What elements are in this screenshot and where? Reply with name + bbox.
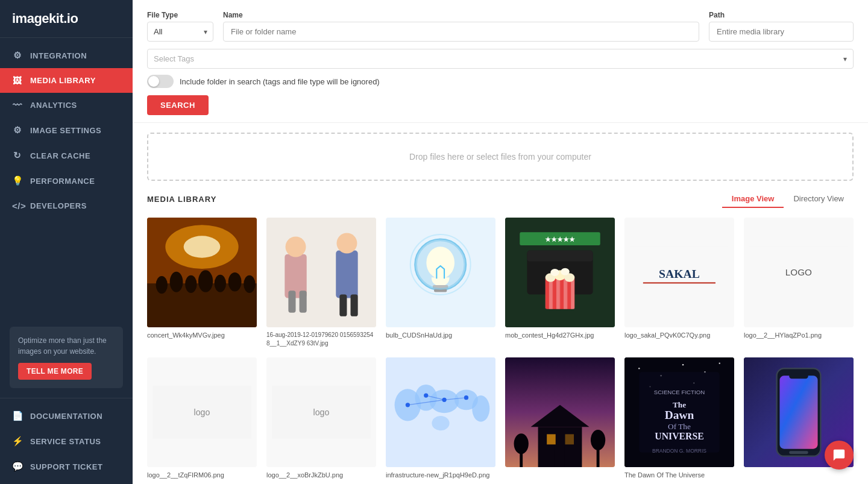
sidebar-promo: Optimize more than just the images on yo… <box>10 327 123 388</box>
svg-rect-91 <box>789 451 808 454</box>
name-input[interactable] <box>223 22 699 42</box>
svg-rect-90 <box>789 374 808 379</box>
list-item[interactable]: bulb_CUDSnHaUd.jpg <box>386 218 495 348</box>
svg-rect-66 <box>565 434 574 444</box>
svg-rect-14 <box>288 291 295 312</box>
list-item[interactable]: concert_Wk4kyMVGv.jpeg <box>147 218 257 348</box>
sidebar-label-performance: PERFORMANCE <box>30 177 95 186</box>
integration-icon: ⚙ <box>12 50 23 61</box>
svg-point-7 <box>198 270 213 292</box>
name-group: Name <box>223 11 699 42</box>
svg-point-2 <box>184 236 221 257</box>
tab-image-view[interactable]: Image View <box>722 190 784 208</box>
clear-cache-icon: ↻ <box>12 150 23 161</box>
folder-search-toggle[interactable] <box>147 75 174 88</box>
thumbnail: LOGO <box>744 218 854 327</box>
documentation-icon: 📄 <box>12 410 23 421</box>
sidebar-item-image-settings[interactable]: ⚙ IMAGE SETTINGS <box>0 118 133 143</box>
search-button[interactable]: SEARCH <box>147 95 209 115</box>
svg-text:The: The <box>673 400 686 409</box>
image-filename: 16-aug-2019-12-01979620 01565932548__1__… <box>266 331 376 348</box>
tab-directory-view[interactable]: Directory View <box>784 190 854 208</box>
thumbnail: SCIENCE FICTION The Dawn Of The UNIVERSE… <box>624 357 734 467</box>
svg-text:Of The: Of The <box>668 422 691 431</box>
tell-me-more-button[interactable]: TELL ME MORE <box>18 363 92 380</box>
tags-placeholder: Select Tags <box>154 54 194 63</box>
drop-zone[interactable]: Drop files here or select files from you… <box>147 133 854 181</box>
list-item[interactable]: logo logo__2__xoBrJkZbU.png <box>266 357 376 480</box>
path-label: Path <box>709 11 854 19</box>
tags-select[interactable]: Select Tags <box>147 49 854 69</box>
filter-bar: File Type All Image Video PDF Name Path <box>133 0 868 123</box>
sidebar: imagekit.io ⚙ INTEGRATION 🖼 MEDIA LIBRAR… <box>0 0 133 484</box>
sidebar-item-service-status[interactable]: ⚡ SERVICE STATUS <box>0 429 133 454</box>
svg-point-54 <box>432 416 449 430</box>
svg-rect-30 <box>527 251 593 262</box>
media-header: MEDIA LIBRARY Image View Directory View <box>147 190 854 208</box>
svg-text:SAKAL: SAKAL <box>659 267 700 280</box>
svg-rect-19 <box>351 294 358 316</box>
svg-rect-11 <box>266 218 376 327</box>
svg-text:★★★★★: ★★★★★ <box>545 236 576 243</box>
image-filename: logo__2__xoBrJkZbU.png <box>266 471 376 480</box>
media-library-title: MEDIA LIBRARY <box>147 195 216 204</box>
image-filename: infrastructure-new_jR1pqH9eD.png <box>386 471 495 480</box>
image-filename: logo_sakal_PQvK0C7Qy.png <box>624 331 734 340</box>
view-tabs: Image View Directory View <box>722 190 854 208</box>
image-filename: mob_contest_Hg4d27GHx.jpg <box>505 331 615 340</box>
list-item[interactable]: ★★★★★ <box>505 218 615 348</box>
list-item[interactable]: logo logo__2__tZqFIRM06.png <box>147 357 257 480</box>
file-type-select-wrapper[interactable]: All Image Video PDF <box>147 22 213 42</box>
name-label: Name <box>223 11 699 19</box>
sidebar-label-documentation: DOCUMENTATION <box>30 412 102 421</box>
image-filename: The Dawn Of The Universe <box>624 471 734 480</box>
sidebar-item-clear-cache[interactable]: ↻ CLEAR CACHE <box>0 143 133 168</box>
list-item[interactable]: SAKAL logo_sakal_PQvK0C7Qy.png <box>624 218 734 348</box>
svg-point-9 <box>228 272 242 292</box>
image-grid: concert_Wk4kyMVGv.jpeg <box>147 218 854 480</box>
svg-text:LOGO: LOGO <box>785 267 812 277</box>
image-filename: concert_Wk4kyMVGv.jpeg <box>147 331 257 340</box>
svg-point-75 <box>682 364 684 365</box>
sidebar-label-clear-cache: CLEAR CACHE <box>30 151 90 160</box>
sidebar-item-performance[interactable]: 💡 PERFORMANCE <box>0 168 133 193</box>
performance-icon: 💡 <box>12 175 23 186</box>
svg-point-21 <box>427 247 455 279</box>
path-input[interactable] <box>709 22 854 42</box>
svg-point-13 <box>286 237 306 257</box>
svg-point-5 <box>170 272 183 292</box>
sidebar-item-integration[interactable]: ⚙ INTEGRATION <box>0 43 133 68</box>
chat-button[interactable] <box>825 441 854 470</box>
svg-text:UNIVERSE: UNIVERSE <box>655 431 703 441</box>
thumbnail: logo <box>266 357 376 467</box>
svg-point-71 <box>591 430 605 450</box>
sidebar-label-service-status: SERVICE STATUS <box>30 437 101 446</box>
sidebar-item-developers[interactable]: </> DEVELOPERS <box>0 193 133 218</box>
svg-text:BRANDON G. MORRIS: BRANDON G. MORRIS <box>652 448 706 454</box>
svg-rect-41 <box>643 282 715 283</box>
service-status-icon: ⚡ <box>12 436 23 447</box>
svg-point-38 <box>561 268 570 275</box>
list-item[interactable]: 16-aug-2019-12-01979620 01565932548__1__… <box>266 218 376 348</box>
thumbnail: logo <box>147 357 257 467</box>
list-item[interactable]: LOGO logo__2__HYlaqZPo1.png <box>744 218 854 348</box>
svg-text:SCIENCE FICTION: SCIENCE FICTION <box>654 389 705 395</box>
list-item[interactable]: SCIENCE FICTION The Dawn Of The UNIVERSE… <box>624 357 734 480</box>
svg-point-69 <box>514 433 529 454</box>
svg-text:logo: logo <box>313 407 330 417</box>
sidebar-label-support-ticket: SUPPORT TICKET <box>30 462 102 471</box>
sidebar-item-documentation[interactable]: 📄 DOCUMENTATION <box>0 403 133 429</box>
path-group: Path <box>709 11 854 42</box>
list-item[interactable] <box>505 357 615 480</box>
main-content: File Type All Image Video PDF Name Path <box>133 0 868 484</box>
svg-point-37 <box>550 269 559 276</box>
sidebar-item-support-ticket[interactable]: 💬 SUPPORT TICKET <box>0 454 133 479</box>
sidebar-label-image-settings: IMAGE SETTINGS <box>30 126 101 135</box>
sidebar-item-analytics[interactable]: 〰 ANALYTICS <box>0 93 133 118</box>
list-item[interactable]: infrastructure-new_jR1pqH9eD.png <box>386 357 495 480</box>
sidebar-label-media-library: MEDIA LIBRARY <box>30 76 96 85</box>
file-type-select[interactable]: All Image Video PDF <box>147 22 213 42</box>
svg-rect-89 <box>779 376 817 448</box>
sidebar-item-media-library[interactable]: 🖼 MEDIA LIBRARY <box>0 68 133 93</box>
image-filename: bulb_CUDSnHaUd.jpg <box>386 331 495 340</box>
